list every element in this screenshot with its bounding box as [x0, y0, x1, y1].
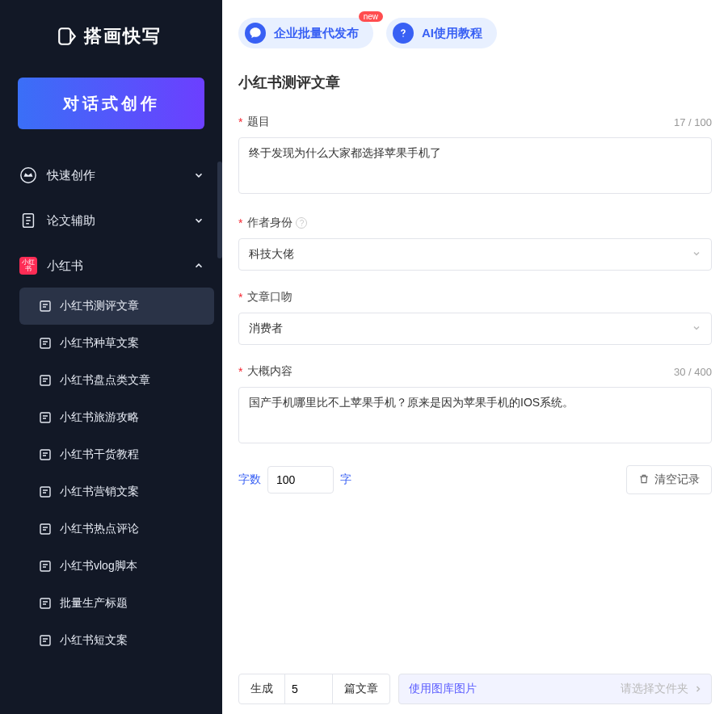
field-summary: * 大概内容 30 / 400 — [238, 364, 712, 446]
note-icon — [39, 560, 52, 573]
note-icon — [39, 411, 52, 424]
ai-tutorial-button[interactable]: AI使用教程 — [386, 18, 497, 48]
sidebar-sub-vlog-script[interactable]: 小红书vlog脚本 — [19, 548, 214, 585]
summary-input[interactable] — [238, 387, 712, 443]
chat-icon — [245, 23, 266, 44]
chevron-up-icon — [193, 260, 204, 271]
svg-rect-12 — [40, 636, 50, 645]
svg-rect-5 — [40, 376, 50, 385]
clear-history-button[interactable]: 清空记录 — [626, 465, 712, 494]
sidebar-sub-seeding-copy[interactable]: 小红书种草文案 — [19, 325, 214, 362]
sidebar-sub-tutorial[interactable]: 小红书干货教程 — [19, 436, 214, 473]
select-value: 消费者 — [249, 321, 283, 336]
content: 小红书测评文章 * 题目 17 / 100 * 作者身份 ? 科技 — [222, 57, 728, 663]
note-icon — [39, 300, 52, 313]
svg-rect-11 — [40, 598, 50, 608]
image-library-select[interactable]: 使用图库图片 请选择文件夹 — [398, 674, 712, 704]
field-label-row: * 大概内容 30 / 400 — [238, 364, 712, 379]
word-count-group: 字数 字 — [238, 466, 351, 494]
field-author: * 作者身份 ? 科技大佬 — [238, 216, 712, 271]
clear-label: 清空记录 — [654, 472, 700, 487]
chevron-down-icon — [692, 322, 701, 335]
sidebar-item-label: 小红书盘点类文章 — [60, 373, 150, 388]
field-tone: * 文章口吻 消费者 — [238, 290, 712, 345]
sidebar-item-paper-assist[interactable]: 论文辅助 — [8, 199, 214, 242]
sidebar-item-label: 批量生产标题 — [60, 596, 128, 611]
svg-rect-9 — [40, 524, 50, 534]
svg-rect-8 — [40, 487, 50, 497]
word-suffix: 字 — [340, 472, 351, 487]
lib-placeholder: 请选择文件夹 — [621, 682, 703, 696]
sidebar-item-label: 小红书旅游攻略 — [60, 410, 139, 425]
note-icon — [39, 448, 52, 461]
field-label-row: * 作者身份 ? — [238, 216, 712, 230]
xhs-icon: 小红书 — [19, 257, 37, 275]
sidebar-item-label: 小红书热点评论 — [60, 522, 139, 536]
generate-count-input[interactable] — [284, 674, 333, 704]
required-asterisk: * — [238, 365, 242, 378]
chevron-down-icon — [692, 248, 701, 261]
field-label-row: * 文章口吻 — [238, 290, 712, 304]
sidebar-sub-short-copy[interactable]: 小红书短文案 — [19, 622, 214, 659]
scrollbar-thumb[interactable] — [217, 162, 222, 258]
sidebar-item-label: 小红书种草文案 — [60, 336, 139, 351]
sidebar-scrollbar[interactable] — [217, 162, 222, 714]
word-clear-row: 字数 字 清空记录 — [238, 465, 712, 494]
footer: 生成 篇文章 使用图库图片 请选择文件夹 — [222, 663, 728, 714]
chevron-down-icon — [193, 170, 204, 181]
svg-rect-6 — [40, 413, 50, 422]
sidebar-sublist: 小红书测评文章 小红书种草文案 小红书盘点类文章 小红书旅游攻略 — [8, 288, 214, 659]
cta-label: 对话式创作 — [63, 93, 160, 115]
gen-prefix: 生成 — [239, 682, 284, 696]
required-asterisk: * — [238, 116, 242, 128]
word-count-input[interactable] — [267, 466, 334, 494]
sidebar-item-label: 小红书干货教程 — [60, 447, 139, 462]
note-icon — [39, 523, 52, 536]
main: 企业批量代发布 new AI使用教程 小红书测评文章 * 题目 17 / 100 — [222, 0, 728, 714]
top-btn-label: 企业批量代发布 — [274, 26, 359, 41]
top-btn-label: AI使用教程 — [422, 26, 482, 41]
tone-select[interactable]: 消费者 — [238, 313, 712, 345]
sidebar-item-label: 小红书测评文章 — [60, 299, 139, 313]
gen-suffix: 篇文章 — [333, 682, 389, 696]
field-label: 文章口吻 — [247, 290, 712, 304]
sidebar-sub-travel-guide[interactable]: 小红书旅游攻略 — [19, 399, 214, 436]
note-icon — [39, 337, 52, 350]
sidebar-sub-marketing-copy[interactable]: 小红书营销文案 — [19, 473, 214, 510]
field-topic: * 题目 17 / 100 — [238, 115, 712, 196]
char-counter: 30 / 400 — [674, 366, 712, 378]
generate-count-group: 生成 篇文章 — [238, 674, 390, 704]
trash-icon — [638, 473, 650, 487]
svg-rect-7 — [40, 450, 50, 460]
char-counter: 17 / 100 — [674, 116, 712, 128]
topic-input[interactable] — [238, 137, 712, 194]
sidebar-item-label: 快速创作 — [47, 168, 183, 183]
note-icon — [39, 374, 52, 387]
sidebar-item-label: 小红书 — [47, 258, 183, 274]
sidebar: 搭画快写 对话式创作 快速创作 论文辅 — [0, 0, 222, 714]
sidebar-item-quick-create[interactable]: 快速创作 — [8, 153, 214, 197]
conversational-create-button[interactable]: 对话式创作 — [18, 78, 204, 129]
lib-label: 使用图库图片 — [409, 682, 477, 696]
word-prefix: 字数 — [238, 472, 261, 487]
enterprise-publish-button[interactable]: 企业批量代发布 new — [238, 18, 373, 48]
logo: 搭画快写 — [0, 0, 222, 68]
topbar: 企业批量代发布 new AI使用教程 — [222, 0, 728, 57]
field-label: 题目 — [247, 115, 674, 129]
sidebar-sub-batch-titles[interactable]: 批量生产标题 — [19, 585, 214, 622]
sidebar-item-xiaohongshu[interactable]: 小红书 小红书 — [8, 244, 214, 288]
required-asterisk: * — [238, 291, 242, 304]
sidebar-sub-review-article[interactable]: 小红书测评文章 — [19, 288, 214, 325]
sidebar-sub-list-article[interactable]: 小红书盘点类文章 — [19, 362, 214, 399]
sidebar-item-label: 论文辅助 — [47, 213, 183, 229]
field-label: 作者身份 ? — [247, 216, 712, 230]
svg-rect-3 — [40, 301, 50, 311]
sidebar-nav: 快速创作 论文辅助 小红书 小红书 — [0, 153, 222, 714]
help-icon[interactable]: ? — [296, 217, 307, 229]
logo-text: 搭画快写 — [84, 24, 162, 48]
svg-rect-10 — [40, 561, 50, 571]
sidebar-item-label: 小红书短文案 — [60, 633, 128, 648]
author-select[interactable]: 科技大佬 — [238, 238, 712, 271]
field-label-row: * 题目 17 / 100 — [238, 115, 712, 129]
sidebar-sub-hot-comment[interactable]: 小红书热点评论 — [19, 510, 214, 548]
